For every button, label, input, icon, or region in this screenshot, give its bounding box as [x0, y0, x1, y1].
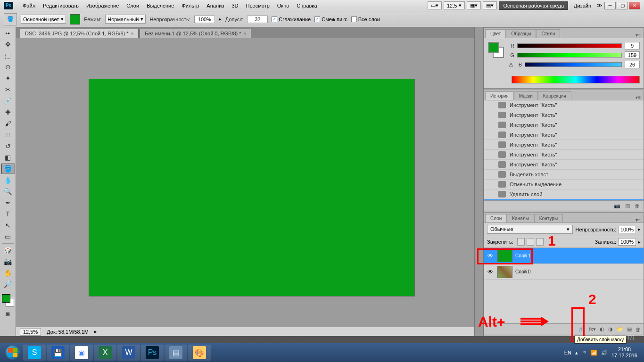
close-tab-icon[interactable]: × — [131, 31, 134, 36]
heal-tool-icon[interactable]: ✚ — [1, 107, 15, 117]
move-tool-icon[interactable]: ✥ — [1, 39, 15, 49]
blend-mode-select[interactable]: Обычные▾ — [487, 225, 573, 234]
path-tool-icon[interactable]: ↖ — [1, 220, 15, 230]
blend-mode-select[interactable]: Нормальный ▾ — [105, 15, 146, 24]
fx-icon[interactable]: fx▾ — [589, 326, 596, 332]
panel-menu-icon[interactable]: ▾≡ — [633, 33, 644, 38]
group-icon[interactable]: 📁 — [617, 326, 623, 332]
menu-image[interactable]: Изображение — [83, 0, 123, 11]
g-slider[interactable] — [517, 53, 622, 58]
taskbar-skype[interactable]: S — [23, 345, 46, 361]
expand-icon[interactable]: ▸▸ — [1, 28, 15, 38]
warning-icon[interactable]: ⚠ — [509, 62, 513, 68]
screen-mode-icon[interactable]: ▭▾ — [428, 1, 442, 9]
menu-help[interactable]: Справка — [293, 0, 321, 11]
menu-layers[interactable]: Слои — [123, 0, 143, 11]
tab-channels[interactable]: Каналы — [507, 214, 534, 222]
minimize-icon[interactable]: ─ — [604, 2, 616, 9]
doc-tab-1[interactable]: DSC_3496.JPG @ 12,5% (Слой 1, RGB/8) *× — [20, 29, 139, 38]
extras-icon[interactable]: ▤▾ — [483, 1, 497, 9]
lock-position-icon[interactable] — [527, 238, 534, 246]
trash-icon[interactable]: 🗑 — [635, 203, 640, 209]
tab-styles[interactable]: Стили — [536, 29, 560, 38]
tab-layers[interactable]: Слои — [485, 214, 507, 222]
history-brush-icon[interactable]: ↺ — [1, 141, 15, 151]
tray-flag-icon[interactable]: 🏳 — [582, 350, 587, 355]
tray-volume-icon[interactable]: 🔊 — [601, 350, 608, 356]
history-item[interactable]: Инструмент "Кисть" — [484, 140, 644, 150]
camera-tool-icon[interactable]: 📷 — [1, 256, 15, 267]
doc-tab-2[interactable]: Без имени-1 @ 12,5% (Слой 0, RGB/8) *× — [140, 29, 251, 38]
menu-view[interactable]: Просмотр — [242, 0, 273, 11]
layer-thumbnail[interactable] — [497, 266, 512, 278]
taskbar-chrome[interactable]: ◉ — [70, 345, 93, 361]
tray-chevron-icon[interactable]: ▴ — [575, 350, 578, 356]
zoom-level[interactable]: 12,5 ▾ — [444, 1, 465, 9]
taskbar-save[interactable]: 💾 — [47, 345, 69, 361]
mask-icon[interactable]: ◐ — [600, 326, 604, 332]
bucket-tool-icon[interactable]: 🪣 — [1, 164, 15, 174]
tab-paths[interactable]: Контуры — [534, 214, 563, 222]
b-value[interactable]: 26 — [625, 61, 640, 68]
lock-all-icon[interactable] — [536, 238, 544, 246]
wand-tool-icon[interactable]: ✦ — [1, 73, 15, 83]
history-item[interactable]: Инструмент "Кисть" — [484, 150, 644, 160]
visibility-icon[interactable]: 👁 — [486, 268, 495, 276]
canvas-viewport[interactable] — [16, 38, 474, 327]
history-item[interactable]: Отменить выделение — [484, 180, 644, 189]
more-icon[interactable]: ≫ — [597, 2, 603, 8]
snapshot-icon[interactable]: 📷 — [614, 203, 620, 209]
shape-tool-icon[interactable]: ▭ — [1, 231, 15, 242]
color-swatches[interactable] — [488, 42, 504, 58]
eyedropper-tool-icon[interactable]: 💉 — [1, 96, 15, 106]
lock-pixels-icon[interactable] — [517, 238, 525, 246]
zoom-field[interactable]: 12,5% — [20, 328, 41, 336]
tab-color[interactable]: Цвет — [485, 29, 506, 38]
history-item[interactable]: Выделить холст — [484, 170, 644, 180]
menu-file[interactable]: Файл — [19, 0, 39, 11]
workspace-button[interactable]: Основная рабочая среда — [499, 1, 568, 10]
tab-swatches[interactable]: Образцы — [506, 29, 536, 38]
hand-tool-icon[interactable]: ✋ — [1, 268, 15, 278]
marquee-tool-icon[interactable]: ⬚ — [1, 50, 15, 61]
eraser-tool-icon[interactable]: ◧ — [1, 152, 15, 163]
fill-input[interactable]: 100% — [618, 238, 636, 246]
clock[interactable]: 21:08 17.12.2016 — [611, 346, 637, 359]
r-slider[interactable] — [517, 43, 622, 48]
dodge-tool-icon[interactable]: 🔍 — [1, 186, 15, 197]
language-indicator[interactable]: EN — [564, 350, 571, 355]
brush-tool-icon[interactable]: 🖌 — [1, 118, 15, 129]
tab-history[interactable]: История — [485, 91, 514, 100]
design-button[interactable]: Дизайн — [570, 2, 595, 9]
lasso-tool-icon[interactable]: ⊙ — [1, 62, 15, 72]
history-item[interactable]: Инструмент "Кисть" — [484, 120, 644, 130]
history-item[interactable]: Инструмент "Кисть" — [484, 160, 644, 170]
fg-swatch[interactable] — [488, 42, 499, 53]
close-tab-icon[interactable]: × — [244, 31, 247, 36]
menu-3d[interactable]: 3D — [228, 0, 242, 11]
panel-menu-icon[interactable]: ▾≡ — [633, 217, 644, 222]
history-item[interactable]: Инструмент "Кисть" — [484, 100, 644, 110]
system-tray[interactable]: EN ▴ 🏳 📶 🔊 21:08 17.12.2016 — [564, 346, 641, 359]
g-value[interactable]: 159 — [625, 51, 640, 59]
quickmask-icon[interactable]: ◙ — [1, 309, 15, 319]
menu-edit[interactable]: Редактировать — [39, 0, 83, 11]
arrange-icon[interactable]: ▦▾ — [467, 1, 481, 9]
history-item[interactable]: Инструмент "Кисть" — [484, 130, 644, 140]
fill-source[interactable]: Основной цвет ▾ — [21, 15, 66, 24]
contiguous-checkbox[interactable]: ✓Смеж.пикс — [314, 16, 347, 22]
start-button[interactable] — [3, 345, 23, 361]
tab-adjustments[interactable]: Коррекция — [538, 91, 571, 100]
taskbar-photoshop[interactable]: Ps — [141, 345, 164, 361]
tolerance-input[interactable]: 32 — [247, 16, 268, 23]
taskbar-word[interactable]: W — [117, 345, 140, 361]
tab-masks[interactable]: Маски — [514, 91, 538, 100]
dock-strip[interactable] — [474, 27, 484, 336]
new-layer-icon[interactable]: ▤ — [627, 326, 632, 332]
fill-color-swatch[interactable] — [70, 14, 80, 25]
all-layers-checkbox[interactable]: Все слои — [351, 16, 380, 22]
type-tool-icon[interactable]: T — [1, 209, 15, 219]
taskbar-excel[interactable]: X — [94, 345, 116, 361]
document-canvas[interactable] — [89, 79, 414, 296]
blur-tool-icon[interactable]: 💧 — [1, 175, 15, 185]
